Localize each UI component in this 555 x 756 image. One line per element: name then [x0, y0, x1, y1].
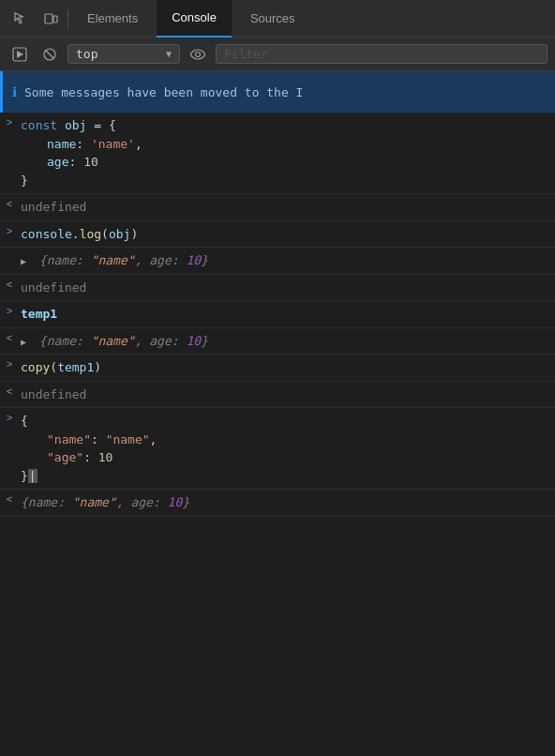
console-row-9: < undefined — [0, 382, 555, 409]
code-block-5: undefined — [19, 277, 555, 299]
filter-placeholder: Filter — [224, 47, 268, 61]
code-block-9: undefined — [19, 384, 555, 406]
prompt-1: > — [0, 114, 19, 129]
prompt-4 — [0, 249, 19, 252]
info-message-row: ℹ Some messages have been moved to the I — [0, 71, 555, 113]
prompt-11: < — [0, 491, 19, 506]
info-message-text: Some messages have been moved to the I — [24, 85, 303, 99]
context-arrow-icon: ▼ — [166, 49, 172, 59]
expand-arrow-1[interactable]: ▶ — [21, 254, 32, 268]
inspector-icon[interactable] — [8, 6, 34, 32]
prompt-10: > — [0, 410, 19, 424]
svg-marker-3 — [17, 51, 23, 58]
console-row-1: > const obj = { name: 'name', age: 10 } — [0, 113, 555, 194]
console-row-10: > { "name": "name", "age": 10 }| — [0, 408, 555, 490]
prompt-7: < — [0, 330, 19, 344]
prompt-2: < — [0, 196, 19, 210]
code-block-7: ▶ {name: "name", age: 10} — [19, 330, 555, 353]
prompt-6: > — [0, 303, 19, 317]
context-value: top — [76, 47, 98, 61]
info-icon: ℹ — [12, 84, 17, 99]
svg-rect-1 — [53, 16, 57, 23]
divider-1 — [68, 9, 68, 28]
expand-arrow-2[interactable]: ▶ — [21, 335, 32, 349]
eye-button[interactable] — [186, 42, 210, 67]
prompt-8: > — [0, 356, 19, 370]
block-button[interactable] — [38, 42, 62, 67]
console-row-2: < undefined — [0, 194, 555, 221]
code-block-4: ▶ {name: "name", age: 10} — [19, 249, 555, 272]
tab-elements[interactable]: Elements — [72, 0, 153, 38]
console-row-8: > copy(temp1) — [0, 355, 555, 382]
console-output: > const obj = { name: 'name', age: 10 } … — [0, 113, 555, 517]
filter-input[interactable]: Filter — [216, 44, 548, 64]
code-block-10: { "name": "name", "age": 10 }| — [19, 410, 555, 487]
console-row-4: ▶ {name: "name", age: 10} — [0, 248, 555, 275]
svg-line-5 — [46, 50, 54, 58]
console-row-7: < ▶ {name: "name", age: 10} — [0, 328, 555, 355]
console-row-11: < {name: "name", age: 10} — [0, 490, 555, 517]
context-selector[interactable]: top ▼ — [68, 44, 180, 64]
code-block-2: undefined — [19, 196, 555, 219]
code-block-6: temp1 — [19, 303, 555, 325]
svg-point-6 — [196, 52, 201, 56]
code-block-3: console.log(obj) — [19, 223, 555, 246]
console-row-5: < undefined — [0, 275, 555, 302]
device-icon[interactable] — [38, 6, 64, 32]
code-block-8: copy(temp1) — [19, 356, 555, 379]
prompt-9: < — [0, 384, 19, 398]
console-row-6: > temp1 — [0, 301, 555, 328]
devtools-top-bar: Elements Console Sources — [0, 0, 555, 38]
tab-console[interactable]: Console — [157, 0, 232, 38]
prompt-3: > — [0, 223, 19, 237]
tab-sources[interactable]: Sources — [235, 0, 310, 38]
console-row-3: > console.log(obj) — [0, 221, 555, 249]
execute-button[interactable] — [8, 42, 32, 67]
console-toolbar: top ▼ Filter — [0, 38, 555, 71]
svg-rect-0 — [45, 14, 52, 23]
prompt-5: < — [0, 277, 19, 291]
code-block-1: const obj = { name: 'name', age: 10 } — [19, 114, 555, 191]
code-block-11: {name: "name", age: 10} — [19, 491, 555, 514]
